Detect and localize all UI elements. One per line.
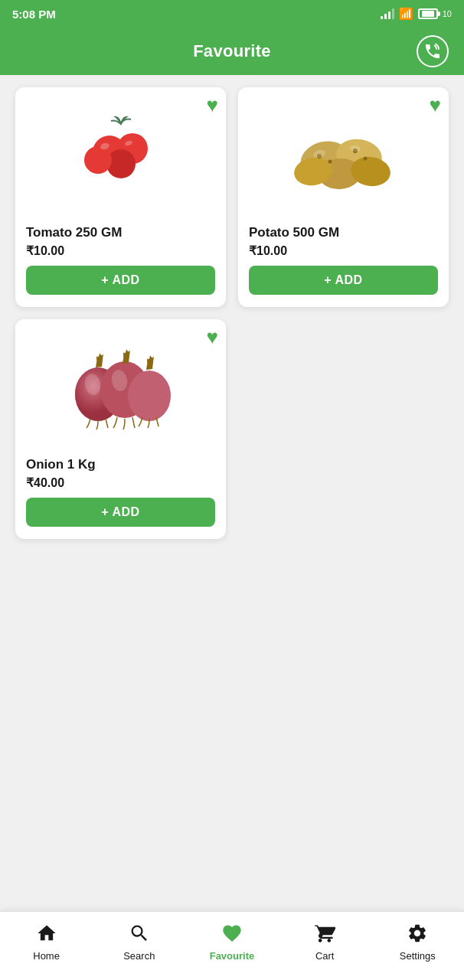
home-icon	[36, 923, 57, 947]
product-name-tomato: Tomato 250 GM	[26, 225, 215, 240]
svg-point-14	[363, 157, 367, 161]
nav-settings[interactable]: Settings	[394, 923, 440, 962]
nav-home[interactable]: Home	[24, 923, 70, 962]
svg-point-3	[84, 146, 112, 174]
add-button-onion[interactable]: + ADD	[26, 498, 215, 527]
battery-icon	[418, 8, 438, 19]
product-name-onion: Onion 1 Kg	[26, 457, 215, 472]
bottom-nav: Home Search Favourite Cart	[0, 911, 464, 980]
main-content: ♥ Tomato 250 GM ₹10.00 + ADD	[0, 75, 464, 911]
favourite-heart-potato[interactable]: ♥	[430, 95, 441, 115]
tomato-image	[71, 110, 171, 194]
page-title: Favourite	[193, 41, 271, 61]
product-price-onion: ₹40.00	[26, 475, 215, 490]
favourite-heart-tomato[interactable]: ♥	[207, 95, 218, 115]
product-info-tomato: Tomato 250 GM ₹10.00	[15, 217, 226, 258]
settings-icon	[407, 923, 428, 947]
product-image-container-potato: ♥	[238, 87, 449, 217]
header: Favourite	[0, 28, 464, 75]
phone-icon	[423, 42, 442, 60]
favourite-icon	[221, 923, 243, 947]
status-icons: 📶 10	[381, 7, 452, 21]
product-info-potato: Potato 500 GM ₹10.00	[238, 217, 449, 258]
add-button-potato[interactable]: + ADD	[249, 266, 438, 295]
status-time: 5:08 PM	[12, 8, 56, 21]
status-bar: 5:08 PM 📶 10	[0, 0, 464, 28]
product-card-tomato: ♥ Tomato 250 GM ₹10.00 + ADD	[15, 87, 226, 307]
product-name-potato: Potato 500 GM	[249, 225, 438, 240]
nav-favourite-label: Favourite	[210, 950, 255, 962]
phone-button[interactable]	[417, 35, 449, 67]
favourite-heart-onion[interactable]: ♥	[207, 327, 218, 347]
search-icon	[129, 923, 150, 947]
product-grid: ♥ Tomato 250 GM ₹10.00 + ADD	[15, 87, 449, 539]
signal-icon	[381, 8, 394, 19]
onion-image	[64, 335, 178, 434]
product-card-onion: ♥ Onion 1 Kg ₹40.00 + ADD	[15, 319, 226, 539]
svg-point-12	[328, 160, 332, 164]
nav-settings-label: Settings	[400, 950, 436, 962]
add-button-tomato[interactable]: + ADD	[26, 266, 215, 295]
nav-search[interactable]: Search	[116, 923, 162, 962]
wifi-icon: 📶	[399, 7, 413, 21]
nav-cart-label: Cart	[315, 950, 335, 962]
product-price-tomato: ₹10.00	[26, 243, 215, 258]
product-card-potato: ♥ Potato 500 GM ₹10.00 + ADD	[238, 87, 449, 307]
nav-cart[interactable]: Cart	[302, 923, 348, 962]
battery-level: 10	[443, 9, 452, 18]
potato-image	[283, 106, 405, 198]
nav-search-label: Search	[123, 950, 155, 962]
product-info-onion: Onion 1 Kg ₹40.00	[15, 449, 226, 490]
svg-point-20	[128, 371, 171, 421]
product-price-potato: ₹10.00	[249, 243, 438, 258]
product-image-container-onion: ♥	[15, 319, 226, 449]
cart-icon	[314, 923, 335, 947]
product-image-container-tomato: ♥	[15, 87, 226, 217]
nav-favourite[interactable]: Favourite	[209, 923, 255, 962]
nav-home-label: Home	[33, 950, 60, 962]
